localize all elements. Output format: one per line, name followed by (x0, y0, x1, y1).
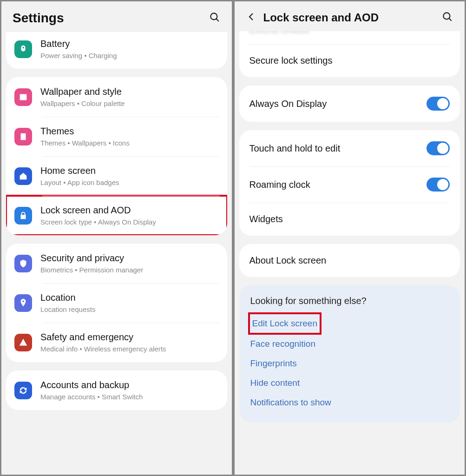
svg-line-1 (216, 19, 218, 21)
item-desc: Manage accounts • Smart Switch (40, 392, 219, 402)
battery-icon (14, 40, 32, 58)
toggle-switch[interactable] (427, 141, 450, 155)
item-title: Safety and emergency (40, 331, 219, 343)
back-icon[interactable] (246, 11, 257, 24)
settings-screen: Settings BatteryPower saving • ChargingW… (0, 0, 233, 476)
item-title: Roaming clock (249, 179, 427, 190)
svg-line-3 (449, 19, 452, 21)
item-desc: Biometrics • Permission manager (40, 265, 219, 275)
shield-icon (14, 255, 32, 272)
svg-point-2 (443, 13, 450, 19)
item-title: Touch and hold to edit (249, 143, 427, 154)
setting-touch-and-hold-to-edit[interactable]: Touch and hold to edit (239, 130, 460, 166)
looking-for-header: Looking for something else? (250, 296, 449, 306)
link-fingerprints[interactable]: Fingerprints (250, 354, 449, 373)
lock-icon (14, 207, 32, 225)
item-title: Themes (40, 125, 219, 137)
item-title: Secure lock settings (249, 55, 450, 66)
item-title: Widgets (249, 214, 450, 225)
alert-icon (14, 334, 32, 351)
partial-item[interactable]: Extend Unlock (239, 31, 460, 44)
setting-about-lock-screen[interactable]: About Lock screen (239, 244, 460, 277)
item-title: Location (40, 291, 219, 304)
settings-item-battery[interactable]: BatteryPower saving • Charging (6, 32, 227, 69)
item-title: Battery (40, 38, 219, 50)
home-icon (14, 167, 32, 185)
settings-item-alert[interactable]: Safety and emergencyMedical info • Wirel… (6, 323, 227, 362)
link-edit-lock-screen[interactable]: Edit Lock screen (250, 315, 319, 332)
settings-header: Settings (1, 1, 232, 32)
link-face-recognition[interactable]: Face recognition (250, 334, 449, 354)
toggle-switch[interactable] (427, 97, 450, 111)
settings-group: Wallpaper and styleWallpapers • Colour p… (6, 77, 227, 235)
item-desc: Location requests (40, 304, 219, 314)
item-title: Security and privacy (40, 252, 219, 264)
looking-for-card: Looking for something else?Edit Lock scr… (239, 285, 460, 423)
settings-group: Touch and hold to editRoaming clockWidge… (239, 130, 460, 236)
settings-group: Security and privacyBiometrics • Permiss… (6, 244, 227, 362)
settings-item-lock[interactable]: Lock screen and AODScreen lock type • Al… (6, 196, 227, 235)
settings-group: BatteryPower saving • Charging (6, 32, 227, 69)
partial-top-card: Extend UnlockSecure lock settings (239, 31, 460, 77)
setting-widgets[interactable]: Widgets (239, 203, 460, 236)
setting-roaming-clock[interactable]: Roaming clock (239, 166, 460, 203)
search-icon[interactable] (209, 11, 221, 25)
search-icon[interactable] (441, 11, 453, 25)
sync-icon (14, 382, 32, 399)
setting-secure-lock-settings[interactable]: Secure lock settings (239, 44, 460, 77)
item-desc: Themes • Wallpapers • Icons (40, 138, 219, 148)
settings-item-themes[interactable]: ThemesThemes • Wallpapers • Icons (6, 117, 227, 156)
svg-point-0 (210, 13, 217, 20)
page-title: Lock screen and AOD (263, 11, 435, 24)
item-title: About Lock screen (249, 255, 450, 266)
settings-list[interactable]: BatteryPower saving • ChargingWallpaper … (1, 32, 232, 475)
item-title: Always On Display (249, 99, 427, 109)
pin-icon (14, 294, 32, 312)
lock-screen-aod-screen: Lock screen and AOD Extend UnlockSecure … (233, 0, 466, 476)
item-desc: Wallpapers • Colour palette (40, 99, 219, 108)
settings-group: Accounts and backupManage accounts • Sma… (6, 370, 227, 410)
link-notifications-to-show[interactable]: Notifications to show (250, 393, 449, 412)
item-title: Lock screen and AOD (40, 204, 219, 216)
toggle-switch[interactable] (427, 178, 450, 192)
settings-item-sync[interactable]: Accounts and backupManage accounts • Sma… (6, 370, 227, 410)
item-desc: Layout • App icon badges (40, 178, 219, 187)
item-desc: Screen lock type • Always On Display (40, 217, 219, 227)
settings-group: About Lock screen (239, 244, 460, 277)
settings-group: Always On Display (239, 86, 460, 122)
subpage-header: Lock screen and AOD (235, 1, 465, 31)
page-title: Settings (13, 11, 202, 26)
item-title: Home screen (40, 165, 219, 177)
settings-item-home[interactable]: Home screenLayout • App icon badges (6, 156, 227, 196)
item-title: Wallpaper and style (40, 86, 219, 98)
link-hide-content[interactable]: Hide content (250, 373, 449, 393)
themes-icon (14, 128, 32, 145)
settings-item-wallpaper[interactable]: Wallpaper and styleWallpapers • Colour p… (6, 77, 227, 117)
wallpaper-icon (14, 88, 32, 106)
item-desc: Medical info • Wireless emergency alerts (40, 344, 219, 354)
settings-item-shield[interactable]: Security and privacyBiometrics • Permiss… (6, 244, 227, 283)
item-title: Accounts and backup (40, 379, 219, 391)
item-desc: Power saving • Charging (40, 51, 219, 60)
settings-item-pin[interactable]: LocationLocation requests (6, 283, 227, 323)
lockscreen-settings-list[interactable]: Extend UnlockSecure lock settingsAlways … (235, 31, 465, 475)
setting-always-on-display[interactable]: Always On Display (239, 86, 460, 122)
